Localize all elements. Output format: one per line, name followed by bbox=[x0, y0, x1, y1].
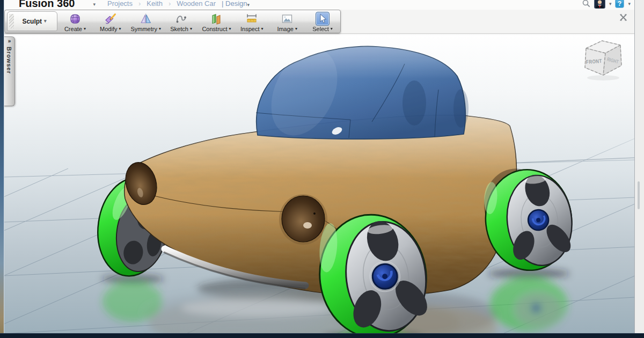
logo-dropdown-caret[interactable]: ▾ bbox=[93, 2, 96, 7]
browser-panel-label: Browser bbox=[6, 47, 12, 74]
toolbar-group-modify[interactable]: Modify▾ bbox=[93, 10, 128, 33]
sketch-label: Sketch bbox=[170, 26, 188, 32]
3d-scene[interactable] bbox=[4, 33, 635, 334]
window-border-left bbox=[0, 0, 4, 338]
app-header: Fusion 360 ▾ Projects › Keith › Wooden C… bbox=[4, 0, 635, 10]
tab-sculpt-label: Sculpt bbox=[22, 18, 42, 25]
wheel-rear-right bbox=[479, 163, 577, 275]
construct-planes-icon bbox=[210, 11, 223, 26]
toolbar-group-symmetry[interactable]: Symmetry▾ bbox=[128, 10, 164, 33]
image-photo-icon bbox=[281, 11, 294, 26]
breadcrumb: Projects › Keith › Wooden Car | Design bbox=[107, 0, 247, 8]
breadcrumb-current-design: | Design bbox=[222, 0, 247, 8]
toolbar-group-inspect[interactable]: Inspect▾ bbox=[234, 10, 269, 33]
tab-sculpt[interactable]: Sculpt ▾ bbox=[7, 11, 57, 31]
viewcube[interactable]: FRONT RIGHT bbox=[579, 36, 630, 82]
create-cube-icon bbox=[69, 11, 82, 26]
window-border-bottom bbox=[0, 333, 644, 338]
image-caret: ▾ bbox=[295, 27, 297, 31]
inspect-label: Inspect bbox=[240, 26, 259, 32]
canopy bbox=[256, 39, 469, 146]
modify-label: Modify bbox=[100, 26, 117, 32]
breadcrumb-projects[interactable]: Projects bbox=[107, 0, 133, 8]
create-caret: ▾ bbox=[84, 27, 86, 31]
help-glyph: ? bbox=[618, 0, 621, 8]
toolbar-group-image[interactable]: Image▾ bbox=[269, 10, 305, 33]
symmetry-label: Symmetry bbox=[130, 26, 157, 32]
toolbar-grip[interactable] bbox=[9, 14, 14, 28]
toolbar-group-create[interactable]: Create▾ bbox=[57, 10, 93, 33]
inspect-measure-icon bbox=[245, 11, 258, 26]
search-icon[interactable] bbox=[582, 0, 590, 10]
toolbar-group-select[interactable]: Select▾ bbox=[305, 10, 340, 33]
select-caret: ▾ bbox=[331, 27, 333, 31]
car-body bbox=[121, 115, 517, 296]
select-cursor-icon bbox=[316, 12, 329, 25]
viewcube-front-label[interactable]: FRONT bbox=[586, 58, 602, 65]
toolbar-group-construct[interactable]: Construct▾ bbox=[199, 10, 235, 33]
toolbar-group-sketch[interactable]: Sketch▾ bbox=[164, 10, 199, 33]
browser-panel-tab[interactable]: » Browser bbox=[4, 36, 15, 106]
sculpt-toolbar: Sculpt ▾ Create▾ bbox=[4, 10, 341, 33]
design-dropdown-caret[interactable]: ▾ bbox=[247, 3, 250, 8]
construct-caret: ▾ bbox=[229, 27, 231, 31]
user-avatar[interactable] bbox=[594, 0, 605, 10]
expand-panel-icon: » bbox=[8, 38, 11, 44]
symmetry-caret: ▾ bbox=[159, 27, 161, 31]
header-icons: ▾ ? ▾ bbox=[582, 0, 631, 10]
image-label: Image bbox=[277, 26, 294, 32]
app-logo: Fusion 360 bbox=[19, 0, 75, 10]
viewport-canvas[interactable]: » Browser FRONT RIGHT bbox=[4, 33, 635, 334]
sketch-caret: ▾ bbox=[190, 27, 192, 31]
breadcrumb-keith[interactable]: Keith bbox=[147, 0, 163, 8]
sketch-spline-icon bbox=[175, 11, 188, 26]
help-dropdown-caret[interactable]: ▾ bbox=[628, 2, 631, 6]
toolbar-row: Sculpt ▾ Create▾ bbox=[4, 10, 635, 34]
symmetry-mirror-icon bbox=[140, 11, 152, 26]
avatar-dropdown-caret[interactable]: ▾ bbox=[609, 2, 612, 6]
breadcrumb-wooden-car[interactable]: Wooden Car bbox=[177, 0, 216, 8]
help-icon[interactable]: ? bbox=[615, 0, 624, 10]
select-label: Select bbox=[312, 26, 329, 32]
construct-label: Construct bbox=[202, 26, 227, 32]
modify-trowel-icon bbox=[104, 11, 117, 26]
create-label: Create bbox=[64, 26, 82, 32]
collapse-toolbar-icon[interactable] bbox=[619, 13, 627, 24]
breadcrumb-chevron: › bbox=[138, 0, 141, 8]
inspect-caret: ▾ bbox=[261, 27, 264, 31]
select-active-highlight bbox=[316, 12, 330, 26]
tab-sculpt-caret: ▾ bbox=[44, 19, 47, 24]
modify-caret: ▾ bbox=[119, 27, 121, 31]
fusion360-window: Fusion 360 ▾ Projects › Keith › Wooden C… bbox=[0, 0, 644, 338]
window-border-right bbox=[634, 0, 644, 338]
breadcrumb-chevron: › bbox=[169, 0, 171, 8]
window-resize-grip[interactable] bbox=[638, 181, 640, 209]
headlight-right bbox=[279, 194, 327, 245]
